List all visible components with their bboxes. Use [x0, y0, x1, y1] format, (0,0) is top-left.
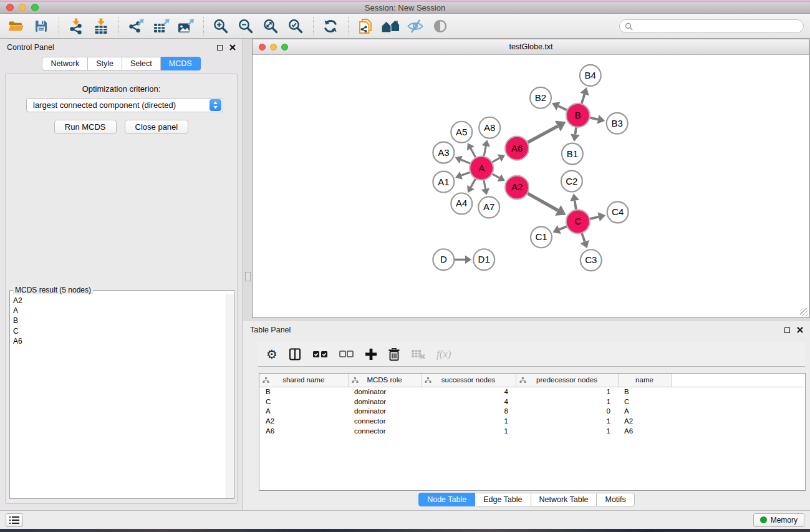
result-item-a[interactable]: A — [11, 306, 225, 316]
import-table-button[interactable] — [91, 16, 111, 36]
table-row[interactable]: Adominator80A — [259, 407, 805, 417]
graph-edge-A-A8[interactable] — [484, 146, 486, 157]
table-tab-node-table[interactable]: Node Table — [418, 493, 475, 506]
column-header-mcds-role[interactable]: MCDS role — [348, 374, 421, 387]
graph-edge-C-C1[interactable] — [559, 226, 567, 230]
column-header-predecessor-nodes[interactable]: predecessor nodes — [516, 374, 618, 387]
select-all-button[interactable] — [312, 349, 329, 360]
refresh-view-button[interactable] — [321, 16, 340, 36]
delete-column-button[interactable] — [388, 347, 400, 361]
graph-node-C1[interactable]: C1 — [531, 226, 552, 248]
graph-edge-B-B3[interactable] — [589, 118, 598, 120]
graph-node-A5[interactable]: A5 — [451, 122, 472, 143]
close-panel-button[interactable]: Close panel — [125, 120, 189, 134]
graph-node-B[interactable]: B — [566, 104, 590, 127]
task-history-button[interactable] — [6, 513, 23, 527]
delete-table-button[interactable] — [411, 348, 426, 360]
table-tab-network-table[interactable]: Network Table — [531, 493, 597, 506]
graph-edge-A6-B[interactable] — [528, 126, 558, 142]
graph-node-C2[interactable]: C2 — [561, 171, 582, 192]
tab-style[interactable]: Style — [88, 57, 122, 70]
graph-node-A8[interactable]: A8 — [479, 117, 500, 138]
graph-node-A4[interactable]: A4 — [451, 193, 472, 214]
tab-network[interactable]: Network — [42, 57, 88, 70]
copy-network-button[interactable] — [355, 16, 375, 36]
graph-edge-B-B2[interactable] — [558, 106, 567, 110]
resize-grip-icon[interactable] — [800, 308, 808, 316]
function-builder-button[interactable]: f(x) — [436, 348, 451, 360]
result-scrollbar[interactable] — [226, 294, 234, 498]
graph-edge-A-A7[interactable] — [484, 180, 486, 189]
network-close-button[interactable] — [259, 44, 266, 51]
import-network-button[interactable] — [66, 16, 86, 36]
graph-node-A7[interactable]: A7 — [478, 196, 499, 218]
graph-node-A3[interactable]: A3 — [433, 142, 454, 163]
save-session-button[interactable] — [31, 16, 51, 36]
float-table-panel-icon[interactable] — [784, 327, 790, 333]
graph-edge-A-A2[interactable] — [492, 174, 499, 178]
open-file-button[interactable] — [6, 16, 26, 36]
result-item-c[interactable]: C — [11, 326, 225, 336]
graph-node-D1[interactable]: D1 — [473, 249, 494, 270]
table-tab-edge-table[interactable]: Edge Table — [475, 493, 531, 506]
tab-mcds[interactable]: MCDS — [161, 57, 201, 70]
tab-select[interactable]: Select — [122, 57, 161, 70]
table-tab-motifs[interactable]: Motifs — [597, 493, 634, 506]
table-row[interactable]: Bdominator41B — [259, 387, 805, 397]
graph-edge-A2-C[interactable] — [528, 193, 558, 211]
column-header-shared-name[interactable]: shared name — [259, 374, 348, 387]
graph-node-B2[interactable]: B2 — [530, 87, 551, 109]
network-maximize-button[interactable] — [281, 44, 288, 51]
run-mcds-button[interactable]: Run MCDS — [54, 120, 117, 134]
network-canvas[interactable]: B4B2BB3B1A5A8A6A3AA1A2C2A4A7C4CC1C3DD1 — [253, 55, 809, 317]
result-item-a6[interactable]: A6 — [11, 336, 225, 346]
graph-edge-A-A6[interactable] — [492, 158, 499, 162]
add-column-button[interactable] — [365, 348, 377, 360]
graph-node-C[interactable]: C — [566, 210, 590, 233]
show-graphics-details-button[interactable] — [430, 16, 450, 36]
graph-node-A1[interactable]: A1 — [433, 172, 454, 193]
graph-node-B4[interactable]: B4 — [580, 65, 601, 86]
export-network-button[interactable] — [126, 16, 146, 36]
float-panel-icon[interactable] — [217, 45, 223, 51]
zoom-selected-button[interactable] — [286, 16, 306, 36]
graph-node-A[interactable]: A — [470, 157, 493, 180]
deselect-all-button[interactable] — [339, 349, 354, 359]
graph-edge-C-C2[interactable] — [575, 201, 576, 210]
graph-node-D[interactable]: D — [433, 249, 454, 270]
result-item-b[interactable]: B — [11, 316, 225, 326]
graph-edge-A-A5[interactable] — [471, 148, 476, 158]
search-input[interactable] — [636, 22, 798, 31]
export-table-button[interactable] — [151, 16, 171, 36]
graph-edge-C-C4[interactable] — [589, 217, 599, 219]
network-minimize-button[interactable] — [270, 44, 277, 51]
table-settings-button[interactable]: ⚙ — [266, 348, 277, 360]
zoom-fit-button[interactable] — [261, 16, 281, 36]
column-header-successor-nodes[interactable]: successor nodes — [421, 374, 516, 387]
table-row[interactable]: A2connector11A2 — [259, 416, 805, 426]
column-header-name[interactable]: name — [618, 374, 671, 387]
table-row[interactable]: Cdominator41C — [259, 397, 805, 407]
graph-edge-A-A4[interactable] — [471, 178, 476, 187]
graph-node-B1[interactable]: B1 — [562, 143, 583, 165]
search-box[interactable] — [619, 19, 804, 33]
zoom-out-button[interactable] — [236, 16, 256, 36]
hide-graphics-details-button[interactable] — [405, 16, 425, 36]
graph-edge-A-A3[interactable] — [461, 160, 470, 163]
graph-node-A6[interactable]: A6 — [505, 137, 529, 160]
graph-edge-C-C3[interactable] — [582, 233, 585, 241]
graph-edge-B-B4[interactable] — [581, 94, 584, 104]
panel-divider-handle[interactable] — [245, 272, 251, 281]
memory-button[interactable]: Memory — [753, 513, 804, 527]
graph-node-C4[interactable]: C4 — [607, 201, 629, 223]
show-columns-button[interactable] — [288, 347, 302, 361]
graph-edge-B-B1[interactable] — [575, 127, 576, 135]
graph-node-C3[interactable]: C3 — [581, 249, 602, 271]
zoom-in-button[interactable] — [211, 16, 231, 36]
network-overview-button[interactable] — [380, 16, 400, 36]
optimization-dropdown[interactable]: largest connected component (directed) — [26, 98, 223, 112]
close-table-panel-icon[interactable] — [797, 327, 803, 333]
export-image-button[interactable] — [176, 16, 196, 36]
table-row[interactable]: A6connector11A6 — [259, 426, 805, 436]
close-panel-icon[interactable] — [229, 44, 236, 51]
